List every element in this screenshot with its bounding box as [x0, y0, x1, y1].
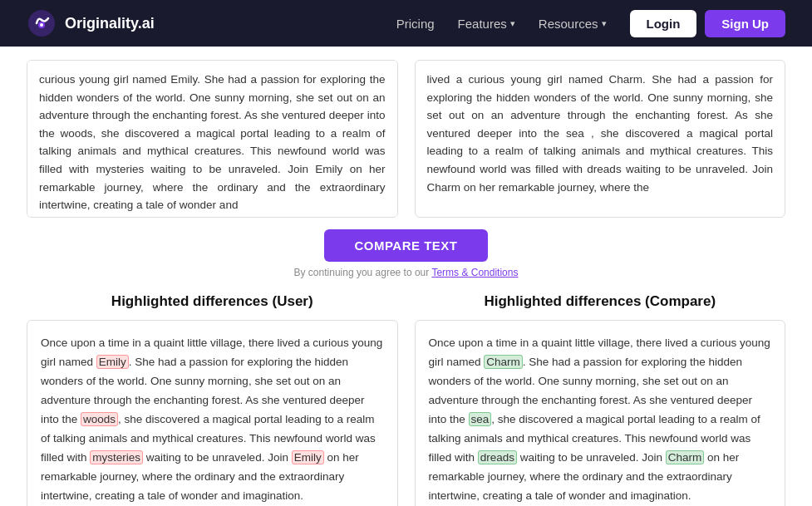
diff-right-title: Highlighted differences (Compare) — [415, 293, 786, 310]
svg-point-2 — [40, 23, 43, 27]
login-button[interactable]: Login — [630, 10, 697, 37]
diff-section: Highlighted differences (User) Once upon… — [27, 293, 785, 506]
diff-panel-user: Highlighted differences (User) Once upon… — [27, 293, 398, 506]
navbar: Originality.ai Pricing Features ▾ Resour… — [0, 0, 812, 47]
terms-link[interactable]: Terms & Conditions — [431, 267, 518, 278]
compare-row: COMPARE TEXT — [27, 229, 785, 262]
logo-text: Originality.ai — [65, 15, 155, 32]
diff-highlight-red: Emily — [292, 450, 324, 464]
textareas-row: curious young girl named Emily. She had … — [27, 60, 785, 218]
diff-highlight-green: sea — [469, 412, 492, 426]
diff-highlight-green: Charm — [484, 355, 523, 369]
main-content: curious young girl named Emily. She had … — [0, 47, 812, 506]
nav-features[interactable]: Features ▾ — [458, 17, 515, 31]
diff-panel-compare: Highlighted differences (Compare) Once u… — [415, 293, 786, 506]
compare-text-input[interactable]: lived a curious young girl named Charm. … — [415, 60, 786, 218]
features-chevron-icon: ▾ — [510, 18, 515, 29]
diff-highlight-green: dreads — [478, 450, 517, 464]
user-text-input[interactable]: curious young girl named Emily. She had … — [27, 60, 398, 218]
signup-button[interactable]: Sign Up — [705, 10, 785, 37]
diff-highlight-green: Charm — [666, 450, 705, 464]
compare-button[interactable]: COMPARE TEXT — [324, 229, 487, 262]
diff-left-title: Highlighted differences (User) — [27, 293, 398, 310]
logo-icon — [27, 8, 57, 38]
diff-right-box: Once upon a time in a quaint little vill… — [415, 320, 786, 506]
logo[interactable]: Originality.ai — [27, 8, 155, 38]
terms-text: By continuing you agree to our — [294, 267, 430, 278]
resources-chevron-icon: ▾ — [602, 18, 607, 29]
nav-pricing[interactable]: Pricing — [396, 17, 435, 31]
terms-row: By continuing you agree to our Terms & C… — [27, 267, 785, 278]
nav-resources[interactable]: Resources ▾ — [539, 17, 607, 31]
diff-highlight-red: Emily — [96, 355, 129, 369]
diff-highlight-red: mysteries — [90, 450, 143, 464]
diff-left-box: Once upon a time in a quaint little vill… — [27, 320, 398, 506]
nav-links: Pricing Features ▾ Resources ▾ — [396, 17, 607, 31]
diff-highlight-red: woods — [81, 412, 118, 426]
